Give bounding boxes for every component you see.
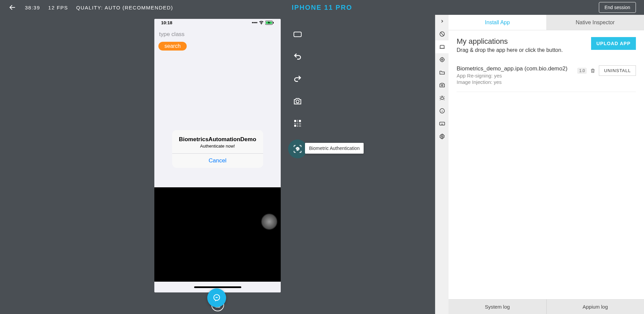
svg-point-30 (441, 136, 443, 137)
right-icon-rail (435, 15, 449, 314)
app-item: Biometrics_demo_app.ipa (com.bio.demo2) … (457, 65, 636, 92)
svg-rect-23 (440, 45, 444, 49)
search-button[interactable]: search (158, 42, 187, 51)
rotate-device-button[interactable] (292, 28, 304, 40)
battery-icon (265, 21, 274, 25)
redo-button[interactable] (292, 73, 304, 85)
alert-message: Authenticate now! (172, 144, 263, 153)
device-screen[interactable]: 10:18 •••• type class search BiometricsA… (154, 19, 281, 292)
upload-app-button[interactable]: UPLOAD APP (591, 37, 636, 50)
svg-point-26 (441, 85, 443, 86)
app-resigning: App Re-signing: yes (457, 73, 577, 78)
right-panel: Install App Native Inspector My applicat… (449, 15, 644, 314)
home-indicator[interactable] (194, 286, 241, 288)
rail-folder-icon[interactable] (435, 66, 449, 79)
ios-alert-dialog: BiometricsAutomationDemo Authenticate no… (172, 130, 263, 168)
svg-rect-17 (299, 126, 300, 127)
svg-rect-7 (294, 125, 296, 127)
tab-install-app[interactable]: Install App (449, 15, 546, 30)
svg-rect-29 (439, 122, 444, 125)
svg-rect-8 (297, 120, 298, 121)
fps-counter: 12 FPS (48, 5, 68, 10)
svg-point-25 (440, 58, 444, 62)
apps-subtitle: Drag & drop the app here or click the bu… (457, 47, 563, 53)
svg-rect-11 (294, 123, 295, 124)
svg-rect-12 (296, 123, 296, 124)
qr-scan-button[interactable] (292, 117, 304, 129)
help-chat-button[interactable] (207, 288, 226, 307)
svg-point-27 (441, 97, 443, 100)
svg-rect-6 (299, 120, 301, 122)
app-image-injection: Image Injection: yes (457, 79, 577, 85)
app-header-area: type class search (154, 26, 281, 55)
collapse-panel-button[interactable] (435, 15, 449, 28)
version-badge: 1.0 (577, 68, 587, 74)
session-timer: 38:39 (25, 5, 40, 10)
wifi-icon (259, 21, 264, 25)
undo-button[interactable] (292, 51, 304, 63)
alert-title: BiometricsAutomationDemo (172, 130, 263, 144)
app-actions: 1.0 UNINSTALL (577, 65, 636, 76)
rail-apps-icon[interactable] (435, 40, 449, 53)
svg-rect-13 (299, 123, 300, 124)
assistive-touch[interactable] (261, 214, 277, 230)
apps-header: My applications Drag & drop the app here… (457, 37, 636, 53)
phone-clock: 10:18 (161, 20, 172, 25)
class-input[interactable]: type class (158, 29, 277, 40)
device-stage: 10:18 •••• type class search BiometricsA… (0, 15, 435, 314)
svg-rect-14 (300, 123, 301, 124)
svg-rect-19 (297, 125, 298, 125)
svg-rect-20 (297, 126, 298, 127)
tab-system-log[interactable]: System log (449, 300, 547, 314)
phone-status-icons: •••• (252, 20, 274, 25)
device-toolstrip (292, 28, 307, 158)
rail-settings-icon[interactable] (435, 130, 449, 143)
delete-app-button[interactable] (590, 68, 595, 74)
svg-rect-3 (294, 32, 301, 37)
cellular-dots-icon: •••• (252, 20, 257, 25)
screenshot-button[interactable] (292, 95, 304, 107)
tab-appium-log[interactable]: Appium log (547, 300, 644, 314)
keyboard-area (154, 187, 281, 282)
app-info: Biometrics_demo_app.ipa (com.bio.demo2) … (457, 65, 577, 85)
apps-title: My applications (457, 37, 563, 46)
panel-tabs: Install App Native Inspector (449, 15, 644, 30)
rail-keyboard-icon[interactable] (435, 117, 449, 130)
quality-label: QUALITY: AUTO (RECOMMENDED) (76, 5, 173, 10)
svg-point-24 (441, 59, 443, 61)
back-arrow[interactable] (8, 3, 17, 12)
top-bar: 38:39 12 FPS QUALITY: AUTO (RECOMMENDED)… (0, 0, 644, 15)
device-name: IPHONE 11 PRO (292, 4, 352, 11)
phone-status-bar: 10:18 •••• (154, 19, 281, 26)
svg-rect-5 (294, 120, 296, 122)
main-area: 10:18 •••• type class search BiometricsA… (0, 15, 644, 314)
svg-rect-16 (300, 125, 301, 125)
uninstall-button[interactable]: UNINSTALL (599, 65, 636, 76)
rail-camera-icon[interactable] (435, 79, 449, 92)
apps-title-block: My applications Drag & drop the app here… (457, 37, 563, 53)
alert-cancel-button[interactable]: Cancel (172, 153, 263, 168)
panel-footer-tabs: System log Appium log (449, 299, 644, 314)
svg-rect-1 (273, 22, 274, 24)
rail-info-icon[interactable] (435, 104, 449, 117)
app-name: Biometrics_demo_app.ipa (com.bio.demo2) (457, 65, 577, 72)
svg-rect-10 (297, 123, 298, 124)
end-session-button[interactable]: End session (599, 2, 636, 13)
rail-bug-icon[interactable] (435, 92, 449, 104)
svg-point-4 (296, 100, 299, 103)
app-content-area: BiometricsAutomationDemo Authenticate no… (154, 55, 281, 187)
tab-native-inspector[interactable]: Native Inspector (546, 15, 644, 30)
rail-location-icon[interactable] (435, 53, 449, 66)
svg-rect-9 (297, 121, 298, 122)
rail-restricted-icon[interactable] (435, 28, 449, 40)
biometric-tooltip: Biometric Authentication (305, 143, 364, 154)
svg-rect-15 (299, 125, 300, 125)
biometric-auth-button[interactable] (288, 139, 307, 158)
svg-rect-18 (300, 126, 301, 127)
panel-body: My applications Drag & drop the app here… (449, 30, 644, 299)
top-left-stats: 38:39 12 FPS QUALITY: AUTO (RECOMMENDED) (8, 3, 173, 12)
